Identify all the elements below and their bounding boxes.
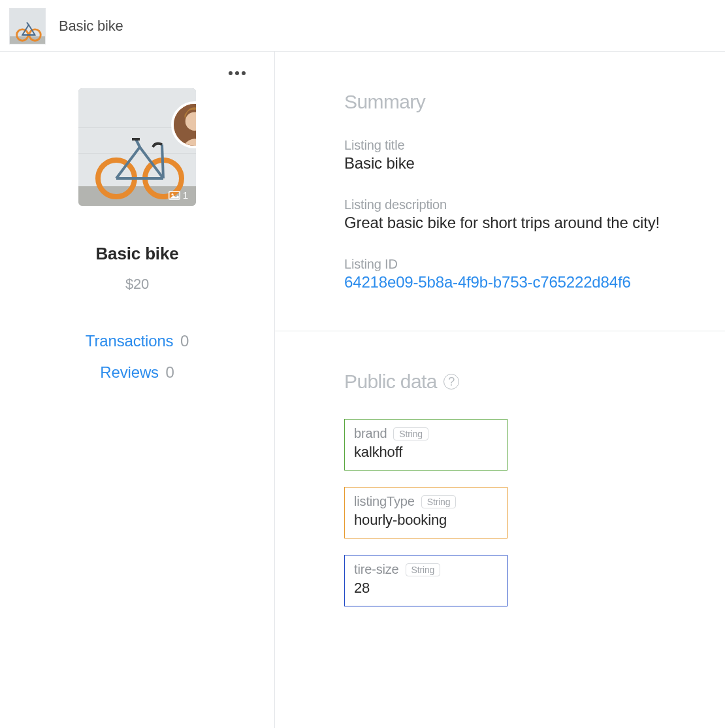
listing-hero-image[interactable]: 1 (78, 88, 196, 206)
avatar-icon (174, 104, 196, 146)
public-data-card-listing-type[interactable]: listingType String hourly-booking (344, 487, 508, 538)
public-data-card-tire-size[interactable]: tire-size String 28 (344, 555, 508, 606)
stat-reviews: Reviews 0 (26, 363, 248, 382)
card-key: listingType (354, 494, 415, 509)
image-count-value: 1 (183, 190, 188, 201)
image-count-badge: 1 (169, 190, 188, 201)
public-data-card-brand[interactable]: brand String kalkhoff (344, 419, 508, 471)
listing-price: $20 (26, 276, 248, 293)
more-actions-button[interactable] (226, 69, 248, 78)
public-data-section: Public data ? brand String kalkhoff list… (275, 331, 725, 646)
listing-title-label: Listing title (344, 138, 725, 153)
help-icon[interactable]: ? (443, 374, 459, 389)
listing-id-value[interactable]: 64218e09-5b8a-4f9b-b753-c765222d84f6 (344, 273, 725, 291)
svg-line-16 (162, 144, 163, 178)
listing-description-label: Listing description (344, 197, 725, 212)
reviews-link[interactable]: Reviews (100, 363, 159, 381)
card-value: 28 (354, 580, 498, 597)
reviews-count: 0 (165, 363, 174, 381)
card-key: tire-size (354, 562, 399, 577)
type-badge: String (393, 427, 428, 440)
listing-title: Basic bike (26, 244, 248, 264)
listing-thumbnail-small[interactable] (9, 8, 46, 44)
bike-image-icon (78, 88, 196, 206)
type-badge: String (406, 563, 441, 576)
card-value: hourly-booking (354, 512, 498, 529)
summary-section: Summary Listing title Basic bike Listing… (275, 52, 725, 331)
topbar-title: Basic bike (59, 18, 123, 35)
listing-description-value: Great basic bike for short trips around … (344, 214, 725, 232)
transactions-link[interactable]: Transactions (86, 332, 174, 350)
card-value: kalkhoff (354, 444, 498, 461)
card-key: brand (354, 426, 387, 441)
topbar: Basic bike (0, 0, 725, 52)
stat-transactions: Transactions 0 (26, 332, 248, 350)
bike-thumb-icon (10, 8, 45, 44)
image-icon (169, 191, 180, 200)
summary-heading: Summary (344, 91, 725, 113)
public-data-heading: Public data (344, 371, 437, 393)
listing-id-label: Listing ID (344, 257, 725, 272)
transactions-count: 0 (180, 332, 189, 350)
sidebar: 1 Basic bike $20 Transactions 0 Reviews … (0, 52, 275, 728)
type-badge: String (421, 495, 457, 508)
public-data-cards: brand String kalkhoff listingType String… (344, 419, 725, 606)
listing-title-value: Basic bike (344, 154, 725, 173)
svg-point-20 (171, 193, 173, 195)
content: Summary Listing title Basic bike Listing… (275, 52, 725, 728)
